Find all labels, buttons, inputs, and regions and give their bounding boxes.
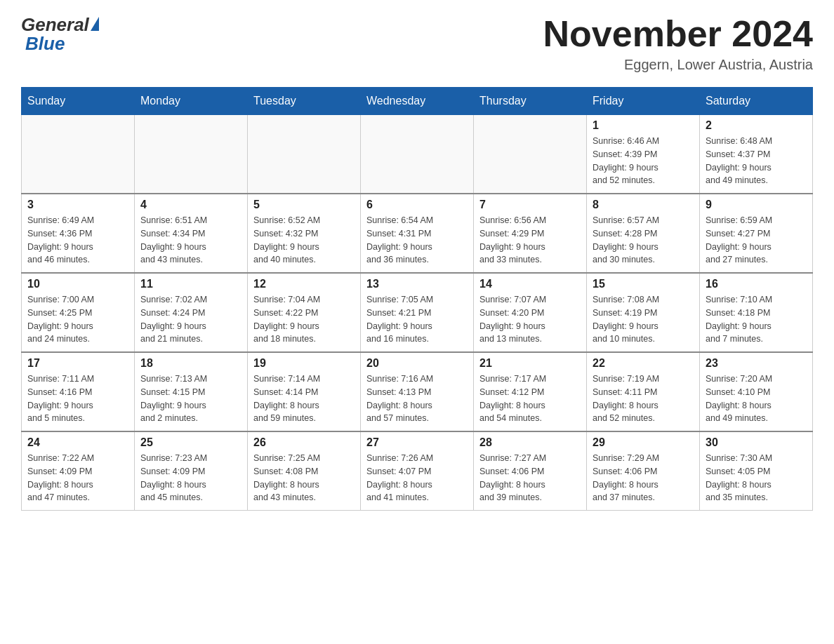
day-number: 3	[27, 199, 128, 211]
title-section: November 2024 Eggern, Lower Austria, Aus…	[543, 14, 813, 73]
month-title: November 2024	[543, 14, 813, 54]
calendar-day-cell: 27Sunrise: 7:26 AM Sunset: 4:07 PM Dayli…	[361, 431, 474, 511]
day-info: Sunrise: 7:13 AM Sunset: 4:15 PM Dayligh…	[140, 373, 241, 425]
day-info: Sunrise: 7:14 AM Sunset: 4:14 PM Dayligh…	[253, 373, 355, 425]
calendar-day-cell: 2Sunrise: 6:48 AM Sunset: 4:37 PM Daylig…	[700, 115, 813, 194]
day-number: 29	[593, 436, 694, 449]
day-number: 4	[140, 199, 241, 211]
calendar-day-cell: 22Sunrise: 7:19 AM Sunset: 4:11 PM Dayli…	[587, 352, 700, 431]
day-info: Sunrise: 7:05 AM Sunset: 4:21 PM Dayligh…	[366, 293, 468, 346]
day-info: Sunrise: 6:52 AM Sunset: 4:32 PM Dayligh…	[253, 214, 355, 267]
day-info: Sunrise: 6:56 AM Sunset: 4:29 PM Dayligh…	[479, 214, 581, 267]
weekday-header-thursday: Thursday	[474, 88, 587, 115]
calendar-week-row: 1Sunrise: 6:46 AM Sunset: 4:39 PM Daylig…	[22, 115, 813, 194]
calendar-week-row: 10Sunrise: 7:00 AM Sunset: 4:25 PM Dayli…	[22, 273, 813, 352]
weekday-header-saturday: Saturday	[700, 88, 813, 115]
day-info: Sunrise: 6:57 AM Sunset: 4:28 PM Dayligh…	[593, 214, 694, 267]
calendar-day-cell: 20Sunrise: 7:16 AM Sunset: 4:13 PM Dayli…	[361, 352, 474, 431]
calendar-day-cell: 26Sunrise: 7:25 AM Sunset: 4:08 PM Dayli…	[248, 431, 361, 511]
calendar-table: SundayMondayTuesdayWednesdayThursdayFrid…	[21, 87, 813, 511]
day-number: 10	[27, 278, 128, 290]
day-number: 2	[706, 119, 807, 132]
day-number: 23	[706, 357, 807, 370]
calendar-day-cell	[361, 115, 474, 194]
day-info: Sunrise: 6:59 AM Sunset: 4:27 PM Dayligh…	[706, 214, 807, 267]
weekday-header-row: SundayMondayTuesdayWednesdayThursdayFrid…	[22, 88, 813, 115]
day-number: 22	[593, 357, 694, 370]
calendar-day-cell: 8Sunrise: 6:57 AM Sunset: 4:28 PM Daylig…	[587, 194, 700, 273]
calendar-day-cell: 10Sunrise: 7:00 AM Sunset: 4:25 PM Dayli…	[22, 273, 135, 352]
day-number: 6	[366, 199, 468, 211]
weekday-header-monday: Monday	[135, 88, 248, 115]
day-number: 7	[479, 199, 581, 211]
day-number: 28	[479, 436, 581, 449]
day-info: Sunrise: 7:04 AM Sunset: 4:22 PM Dayligh…	[253, 293, 355, 346]
day-info: Sunrise: 7:25 AM Sunset: 4:08 PM Dayligh…	[253, 452, 355, 504]
day-info: Sunrise: 7:16 AM Sunset: 4:13 PM Dayligh…	[366, 373, 468, 425]
day-info: Sunrise: 7:20 AM Sunset: 4:10 PM Dayligh…	[706, 373, 807, 425]
calendar-day-cell	[135, 115, 248, 194]
day-number: 12	[253, 278, 355, 290]
day-info: Sunrise: 7:29 AM Sunset: 4:06 PM Dayligh…	[593, 452, 694, 504]
calendar-week-row: 3Sunrise: 6:49 AM Sunset: 4:36 PM Daylig…	[22, 194, 813, 273]
calendar-day-cell: 14Sunrise: 7:07 AM Sunset: 4:20 PM Dayli…	[474, 273, 587, 352]
day-info: Sunrise: 7:11 AM Sunset: 4:16 PM Dayligh…	[27, 373, 128, 425]
calendar-day-cell: 9Sunrise: 6:59 AM Sunset: 4:27 PM Daylig…	[700, 194, 813, 273]
calendar-day-cell: 7Sunrise: 6:56 AM Sunset: 4:29 PM Daylig…	[474, 194, 587, 273]
day-info: Sunrise: 7:19 AM Sunset: 4:11 PM Dayligh…	[593, 373, 694, 425]
weekday-header-sunday: Sunday	[22, 88, 135, 115]
calendar-day-cell: 18Sunrise: 7:13 AM Sunset: 4:15 PM Dayli…	[135, 352, 248, 431]
day-number: 30	[706, 436, 807, 449]
day-number: 9	[706, 199, 807, 211]
weekday-header-tuesday: Tuesday	[248, 88, 361, 115]
day-info: Sunrise: 6:49 AM Sunset: 4:36 PM Dayligh…	[27, 214, 128, 267]
day-number: 15	[593, 278, 694, 290]
logo: General Blue	[21, 14, 99, 55]
calendar-day-cell: 30Sunrise: 7:30 AM Sunset: 4:05 PM Dayli…	[700, 431, 813, 511]
calendar-day-cell	[248, 115, 361, 194]
calendar-day-cell: 15Sunrise: 7:08 AM Sunset: 4:19 PM Dayli…	[587, 273, 700, 352]
calendar-day-cell: 29Sunrise: 7:29 AM Sunset: 4:06 PM Dayli…	[587, 431, 700, 511]
day-number: 11	[140, 278, 241, 290]
calendar-day-cell: 5Sunrise: 6:52 AM Sunset: 4:32 PM Daylig…	[248, 194, 361, 273]
day-number: 5	[253, 199, 355, 211]
calendar-week-row: 24Sunrise: 7:22 AM Sunset: 4:09 PM Dayli…	[22, 431, 813, 511]
day-number: 20	[366, 357, 468, 370]
day-info: Sunrise: 6:51 AM Sunset: 4:34 PM Dayligh…	[140, 214, 241, 267]
day-info: Sunrise: 7:30 AM Sunset: 4:05 PM Dayligh…	[706, 452, 807, 504]
logo-triangle-icon	[91, 17, 99, 31]
calendar-day-cell: 3Sunrise: 6:49 AM Sunset: 4:36 PM Daylig…	[22, 194, 135, 273]
calendar-day-cell: 23Sunrise: 7:20 AM Sunset: 4:10 PM Dayli…	[700, 352, 813, 431]
page-header: General Blue November 2024 Eggern, Lower…	[21, 14, 813, 73]
day-number: 19	[253, 357, 355, 370]
day-number: 8	[593, 199, 694, 211]
day-info: Sunrise: 7:27 AM Sunset: 4:06 PM Dayligh…	[479, 452, 581, 504]
day-info: Sunrise: 6:46 AM Sunset: 4:39 PM Dayligh…	[593, 135, 694, 187]
day-info: Sunrise: 7:23 AM Sunset: 4:09 PM Dayligh…	[140, 452, 241, 504]
calendar-day-cell: 13Sunrise: 7:05 AM Sunset: 4:21 PM Dayli…	[361, 273, 474, 352]
day-info: Sunrise: 7:17 AM Sunset: 4:12 PM Dayligh…	[479, 373, 581, 425]
calendar-day-cell: 24Sunrise: 7:22 AM Sunset: 4:09 PM Dayli…	[22, 431, 135, 511]
day-info: Sunrise: 7:26 AM Sunset: 4:07 PM Dayligh…	[366, 452, 468, 504]
day-info: Sunrise: 7:02 AM Sunset: 4:24 PM Dayligh…	[140, 293, 241, 346]
calendar-day-cell: 25Sunrise: 7:23 AM Sunset: 4:09 PM Dayli…	[135, 431, 248, 511]
day-number: 1	[593, 119, 694, 132]
day-number: 24	[27, 436, 128, 449]
calendar-day-cell: 19Sunrise: 7:14 AM Sunset: 4:14 PM Dayli…	[248, 352, 361, 431]
calendar-day-cell: 17Sunrise: 7:11 AM Sunset: 4:16 PM Dayli…	[22, 352, 135, 431]
day-info: Sunrise: 7:07 AM Sunset: 4:20 PM Dayligh…	[479, 293, 581, 346]
day-number: 26	[253, 436, 355, 449]
day-number: 14	[479, 278, 581, 290]
logo-blue-text: Blue	[25, 33, 65, 55]
weekday-header-wednesday: Wednesday	[361, 88, 474, 115]
day-number: 25	[140, 436, 241, 449]
day-number: 18	[140, 357, 241, 370]
day-info: Sunrise: 7:00 AM Sunset: 4:25 PM Dayligh…	[27, 293, 128, 346]
calendar-day-cell: 28Sunrise: 7:27 AM Sunset: 4:06 PM Dayli…	[474, 431, 587, 511]
calendar-day-cell: 6Sunrise: 6:54 AM Sunset: 4:31 PM Daylig…	[361, 194, 474, 273]
day-info: Sunrise: 6:48 AM Sunset: 4:37 PM Dayligh…	[706, 135, 807, 187]
calendar-day-cell: 1Sunrise: 6:46 AM Sunset: 4:39 PM Daylig…	[587, 115, 700, 194]
day-info: Sunrise: 6:54 AM Sunset: 4:31 PM Dayligh…	[366, 214, 468, 267]
calendar-day-cell	[474, 115, 587, 194]
location-text: Eggern, Lower Austria, Austria	[543, 57, 813, 73]
